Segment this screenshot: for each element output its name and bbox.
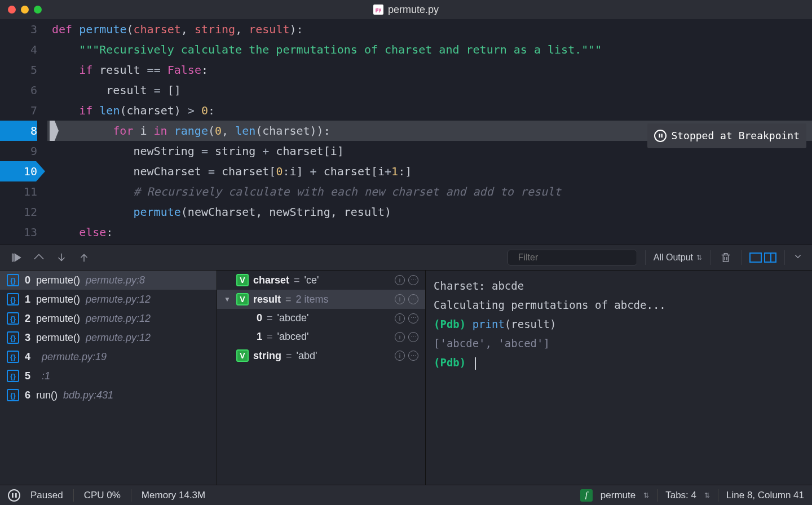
call-stack-pane[interactable]: {} 0 permute() permute.py:8{} 1 permute(… <box>0 271 217 485</box>
output-filter-dropdown[interactable]: All Output ⇅ <box>654 252 702 263</box>
collapse-button[interactable] <box>793 251 803 264</box>
stack-frame[interactable]: {} 3 permute() permute.py:12 <box>0 328 217 347</box>
close-window-button[interactable] <box>8 6 16 14</box>
equals: = <box>267 312 273 324</box>
filename-label: permute.py <box>388 4 439 16</box>
frame-icon: {} <box>7 293 19 305</box>
layout-single-icon[interactable] <box>749 252 762 263</box>
frame-index: 0 <box>25 274 30 286</box>
stack-frame[interactable]: {} 1 permute() permute.py:12 <box>0 290 217 309</box>
info-icon[interactable]: i <box>395 332 405 342</box>
filter-input[interactable] <box>518 252 631 263</box>
frame-index: 1 <box>25 294 30 305</box>
step-into-button[interactable] <box>54 250 69 265</box>
frame-index: 4 <box>25 351 30 363</box>
row-actions: i ⋯ <box>395 332 418 342</box>
separator <box>73 489 74 502</box>
variable-value: 'abced' <box>277 331 309 343</box>
status-memory-label: Memory 14.3M <box>142 490 205 501</box>
code-line[interactable]: newCharset = charset[0:i] + charset[i+1:… <box>47 161 812 181</box>
frame-location: permute.py:12 <box>86 332 151 344</box>
variable-row[interactable]: Vstring = 'abd' i ⋯ <box>217 346 425 365</box>
variable-name: string <box>253 350 281 362</box>
trash-button[interactable] <box>718 250 733 265</box>
frame-icon: {} <box>7 274 19 286</box>
output-filter-label: All Output <box>654 252 693 263</box>
variable-row[interactable]: 0 = 'abcde' i ⋯ <box>217 309 425 327</box>
info-icon[interactable]: i <box>395 275 405 285</box>
variable-value: 2 items <box>296 294 329 305</box>
layout-split-icon[interactable] <box>764 252 776 263</box>
row-actions: i ⋯ <box>395 313 418 324</box>
row-actions: i ⋯ <box>395 275 418 285</box>
console-line: Charset: abcde <box>434 276 804 295</box>
breakpoint-badge: Stopped at Breakpoint <box>647 123 806 148</box>
info-icon[interactable]: i <box>395 313 405 324</box>
debug-panes: {} 0 permute() permute.py:8{} 1 permute(… <box>0 271 812 485</box>
status-tabs-label[interactable]: Tabs: 4 <box>665 490 696 501</box>
separator <box>718 489 718 502</box>
status-function-label[interactable]: permute <box>601 490 636 501</box>
step-over-button[interactable] <box>32 250 46 265</box>
step-out-button[interactable] <box>77 250 91 265</box>
console-line: Calculating permutations of abcde... <box>434 295 804 314</box>
frame-index: 3 <box>25 332 30 344</box>
window-title: py permute.py <box>373 4 439 16</box>
zoom-window-button[interactable] <box>34 6 42 14</box>
variable-row[interactable]: Vcharset = 'ce' i ⋯ <box>217 271 425 290</box>
layout-toggle[interactable] <box>749 252 776 263</box>
more-icon[interactable]: ⋯ <box>408 313 418 324</box>
separator <box>131 489 131 502</box>
disclosure-icon[interactable]: ▼ <box>224 295 232 303</box>
frame-function: permute() <box>36 332 80 344</box>
variable-row[interactable]: ▼Vresult = 2 items i ⋯ <box>217 290 425 309</box>
stack-frame[interactable]: {} 6 run() bdb.py:431 <box>0 386 217 405</box>
console-pane[interactable]: Charset: abcdeCalculating permutations o… <box>426 271 812 485</box>
code-editor[interactable]: 345678910111213 def permute(charset, str… <box>0 19 812 245</box>
frame-index: 2 <box>25 313 30 325</box>
variable-row[interactable]: 1 = 'abced' i ⋯ <box>217 327 425 346</box>
variable-icon: V <box>236 274 249 286</box>
frame-location: permute.py:8 <box>86 274 145 286</box>
equals: = <box>294 274 300 286</box>
stack-frame[interactable]: {} 2 permute() permute.py:12 <box>0 309 217 328</box>
code-line[interactable]: permute(newCharset, newString, result) <box>47 202 812 222</box>
frame-location: :1 <box>42 370 50 382</box>
code-line[interactable]: if len(charset) > 0: <box>47 100 812 121</box>
pause-icon <box>8 489 20 502</box>
frame-function: permute() <box>36 274 80 286</box>
breakpoint-badge-label: Stopped at Breakpoint <box>671 126 800 146</box>
code-line[interactable]: def permute(charset, string, result): <box>47 19 812 39</box>
code-line[interactable]: else: <box>47 222 812 242</box>
variable-value: 'abcde' <box>277 312 309 324</box>
stack-frame[interactable]: {} 0 permute() permute.py:8 <box>0 271 217 290</box>
continue-button[interactable] <box>9 250 24 265</box>
variable-name: charset <box>253 274 289 286</box>
info-icon[interactable]: i <box>395 351 405 361</box>
info-icon[interactable]: i <box>395 294 405 304</box>
code-line[interactable]: """Recursively calculate the permutation… <box>47 39 812 60</box>
more-icon[interactable]: ⋯ <box>408 275 418 285</box>
frame-location: permute.py:19 <box>42 351 107 363</box>
frame-icon: {} <box>7 331 19 344</box>
minimize-window-button[interactable] <box>21 6 29 14</box>
line-number-gutter[interactable]: 345678910111213 <box>0 19 47 245</box>
stack-frame[interactable]: {} 4 permute.py:19 <box>0 347 217 366</box>
equals: = <box>286 350 292 362</box>
status-cursor-pos-label: Line 8, Column 41 <box>726 490 804 501</box>
updown-icon: ⇅ <box>696 254 702 262</box>
stack-frame[interactable]: {} 5 :1 <box>0 366 217 386</box>
variable-name: 1 <box>257 331 262 343</box>
variable-name: result <box>253 294 281 305</box>
variables-pane[interactable]: Vcharset = 'ce' i ⋯ ▼Vresult = 2 items i… <box>217 271 426 485</box>
code-line[interactable]: if result == False: <box>47 60 812 80</box>
filter-box[interactable] <box>508 250 637 265</box>
frame-icon: {} <box>7 370 19 382</box>
debug-toolbar: All Output ⇅ <box>0 245 812 271</box>
code-line[interactable]: result = [] <box>47 80 812 100</box>
more-icon[interactable]: ⋯ <box>408 294 418 304</box>
more-icon[interactable]: ⋯ <box>408 351 418 361</box>
more-icon[interactable]: ⋯ <box>408 332 418 342</box>
code-line[interactable]: # Recursively calculate with each new ch… <box>47 181 812 202</box>
variable-icon: V <box>236 293 249 305</box>
